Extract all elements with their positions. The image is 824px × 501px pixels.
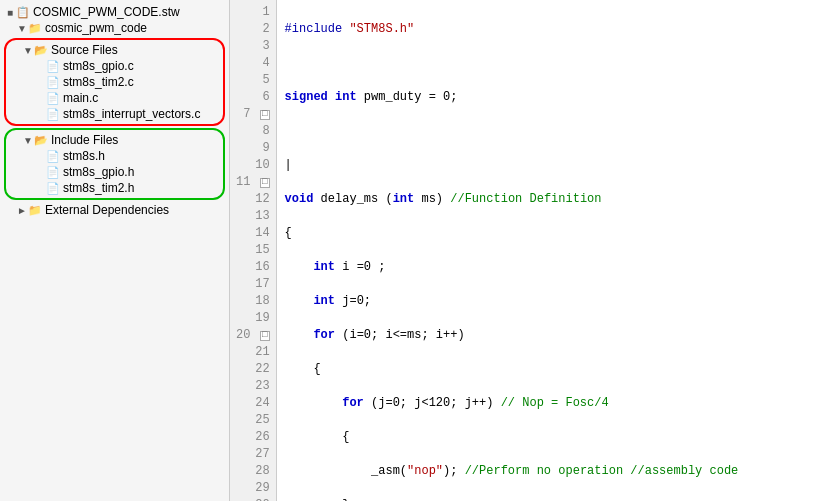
spacer xyxy=(34,109,46,120)
expand-icon: ■ xyxy=(4,7,16,18)
include-files-group: ▼ 📂 Include Files 📄 stm8s.h 📄 stm8s_gpio… xyxy=(4,128,225,200)
expand-icon: ▼ xyxy=(22,45,34,56)
include-files-label: Include Files xyxy=(51,133,118,147)
code-editor[interactable]: 1 2 3 4 5 6 7 □ 8 9 10 11 □ 12 13 14 15 … xyxy=(230,0,824,501)
code-line-9: int j=0; xyxy=(285,293,816,310)
code-line-2 xyxy=(285,55,816,72)
project-root[interactable]: ▼ 📁 cosmic_pwm_code xyxy=(0,20,229,36)
file-stm8s-h[interactable]: 📄 stm8s.h xyxy=(6,148,223,164)
spacer xyxy=(34,61,46,72)
line-num: 21 xyxy=(236,344,270,361)
line-num: 30 xyxy=(236,497,270,501)
code-line-4 xyxy=(285,123,816,140)
line-num: 28 xyxy=(236,463,270,480)
line-num: 8 xyxy=(236,123,270,140)
external-deps-label: External Dependencies xyxy=(45,203,169,217)
code-content-area: 1 2 3 4 5 6 7 □ 8 9 10 11 □ 12 13 14 15 … xyxy=(230,0,824,501)
line-num: 23 xyxy=(236,378,270,395)
code-line-8: int i =0 ; xyxy=(285,259,816,276)
folder-icon: 📂 xyxy=(34,44,48,57)
line-num: 25 xyxy=(236,412,270,429)
filename-label: stm8s_tim2.c xyxy=(63,75,134,89)
include-files-folder[interactable]: ▼ 📂 Include Files xyxy=(6,132,223,148)
code-line-11: { xyxy=(285,361,816,378)
expand-icon: ▼ xyxy=(16,23,28,34)
line-num: 9 xyxy=(236,140,270,157)
file-stm8s-gpio-c[interactable]: 📄 stm8s_gpio.c xyxy=(6,58,223,74)
file-stm8s-interrupt-c[interactable]: 📄 stm8s_interrupt_vectors.c xyxy=(6,106,223,122)
file-main-c[interactable]: 📄 main.c xyxy=(6,90,223,106)
file-stm8s-gpio-h[interactable]: 📄 stm8s_gpio.h xyxy=(6,164,223,180)
line-num: 22 xyxy=(236,361,270,378)
file-stm8s-tim2-h[interactable]: 📄 stm8s_tim2.h xyxy=(6,180,223,196)
line-num: 24 xyxy=(236,395,270,412)
c-file-icon: 📄 xyxy=(46,60,60,73)
source-files-folder[interactable]: ▼ 📂 Source Files xyxy=(6,42,223,58)
code-line-10: for (i=0; i<=ms; i++) xyxy=(285,327,816,344)
line-num: 16 xyxy=(236,259,270,276)
folder-icon: 📁 xyxy=(28,204,42,217)
expand-icon: ► xyxy=(16,205,28,216)
code-line-5: | xyxy=(285,157,816,174)
source-files-label: Source Files xyxy=(51,43,118,57)
line-num: 3 xyxy=(236,38,270,55)
h-file-icon: 📄 xyxy=(46,166,60,179)
line-num: 29 xyxy=(236,480,270,497)
spacer xyxy=(34,77,46,88)
code-line-14: _asm("nop"); //Perform no operation //as… xyxy=(285,463,816,480)
code-line-6: void delay_ms (int ms) //Function Defini… xyxy=(285,191,816,208)
c-file-icon: 📄 xyxy=(46,76,60,89)
line-num: 13 xyxy=(236,208,270,225)
expand-icon: ▼ xyxy=(22,135,34,146)
collapse-button[interactable]: □ xyxy=(260,110,270,120)
spacer xyxy=(34,183,46,194)
line-num: 15 xyxy=(236,242,270,259)
code-line-12: for (j=0; j<120; j++) // Nop = Fosc/4 xyxy=(285,395,816,412)
code-line-15: } xyxy=(285,497,816,501)
line-num: 26 xyxy=(236,429,270,446)
code-line-1: #include "STM8S.h" xyxy=(285,21,816,38)
line-num: 27 xyxy=(236,446,270,463)
collapse-button[interactable]: □ xyxy=(260,331,270,341)
filename-label: stm8s_gpio.c xyxy=(63,59,134,73)
line-num: 14 xyxy=(236,225,270,242)
line-num: 5 xyxy=(236,72,270,89)
spacer xyxy=(34,93,46,104)
h-file-icon: 📄 xyxy=(46,150,60,163)
spacer xyxy=(34,167,46,178)
h-file-icon: 📄 xyxy=(46,182,60,195)
code-text-area[interactable]: #include "STM8S.h" signed int pwm_duty =… xyxy=(277,0,824,501)
line-num: 10 xyxy=(236,157,270,174)
line-num: 4 xyxy=(236,55,270,72)
filename-label: main.c xyxy=(63,91,98,105)
c-file-icon: 📄 xyxy=(46,108,60,121)
line-num: 1 xyxy=(236,4,270,21)
c-file-icon: 📄 xyxy=(46,92,60,105)
workspace-icon: 📋 xyxy=(16,6,30,19)
workspace-label: COSMIC_PWM_CODE.stw xyxy=(33,5,180,19)
line-num: 18 xyxy=(236,293,270,310)
line-num: 11 □ xyxy=(236,174,270,191)
line-num: 19 xyxy=(236,310,270,327)
code-line-7: { xyxy=(285,225,816,242)
collapse-button[interactable]: □ xyxy=(260,178,270,188)
code-line-13: { xyxy=(285,429,816,446)
line-num: 12 xyxy=(236,191,270,208)
workspace-file[interactable]: ■ 📋 COSMIC_PWM_CODE.stw xyxy=(0,4,229,20)
project-sidebar[interactable]: ■ 📋 COSMIC_PWM_CODE.stw ▼ 📁 cosmic_pwm_c… xyxy=(0,0,230,501)
external-deps-folder[interactable]: ► 📁 External Dependencies xyxy=(0,202,229,218)
line-num: 17 xyxy=(236,276,270,293)
line-num: 7 □ xyxy=(236,106,270,123)
project-label: cosmic_pwm_code xyxy=(45,21,147,35)
filename-label: stm8s_interrupt_vectors.c xyxy=(63,107,200,121)
line-num: 20 □ xyxy=(236,327,270,344)
filename-label: stm8s.h xyxy=(63,149,105,163)
line-num: 6 xyxy=(236,89,270,106)
line-numbers-gutter: 1 2 3 4 5 6 7 □ 8 9 10 11 □ 12 13 14 15 … xyxy=(230,0,277,501)
line-num: 2 xyxy=(236,21,270,38)
file-stm8s-tim2-c[interactable]: 📄 stm8s_tim2.c xyxy=(6,74,223,90)
filename-label: stm8s_tim2.h xyxy=(63,181,134,195)
source-files-group: ▼ 📂 Source Files 📄 stm8s_gpio.c 📄 stm8s_… xyxy=(4,38,225,126)
filename-label: stm8s_gpio.h xyxy=(63,165,134,179)
folder-icon: 📂 xyxy=(34,134,48,147)
